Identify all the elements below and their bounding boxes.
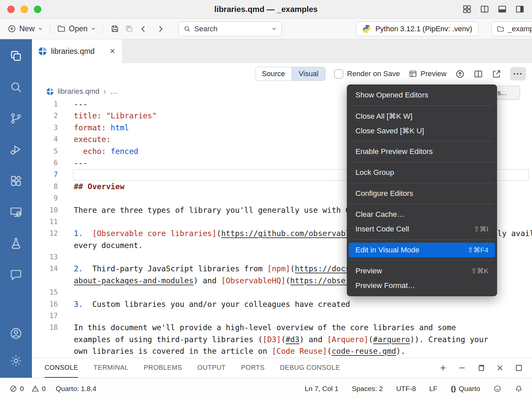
notifications-bell-icon[interactable]	[515, 385, 523, 393]
panel-tabs: CONSOLETERMINALPROBLEMSOUTPUTPORTSDEBUG …	[45, 358, 340, 378]
menu-item[interactable]: Enable Preview Editors	[347, 144, 497, 159]
feedback-smiley-icon[interactable]	[493, 385, 501, 393]
panel-tab-ports[interactable]: PORTS	[241, 358, 265, 378]
extensions-icon[interactable]	[9, 174, 23, 188]
panel-tab-terminal[interactable]: TERMINAL	[93, 358, 128, 378]
code-text: own libraries is covered in the article …	[58, 345, 532, 357]
line-number: 2	[32, 110, 58, 122]
testing-flask-icon[interactable]	[9, 236, 23, 251]
account-icon[interactable]	[9, 326, 23, 341]
line-number: 9	[32, 193, 58, 204]
quarto-file-icon	[39, 47, 47, 55]
visual-mode-button[interactable]: Visual	[292, 67, 325, 80]
back-arrow-icon[interactable]	[139, 25, 148, 33]
zoom-window-button[interactable]	[34, 6, 41, 13]
menu-item[interactable]: Configure Editors	[347, 186, 497, 201]
chat-icon[interactable]	[9, 267, 23, 282]
indentation-status[interactable]: Spaces: 2	[352, 385, 383, 393]
interpreter-selector[interactable]: Python 3.12.1 (PipEnv: .venv)	[356, 22, 478, 36]
quarto-version-label: Quarto: 1.8.4	[56, 385, 96, 393]
split-editor-icon[interactable]	[473, 69, 483, 79]
code-line[interactable]: own libraries is covered in the article …	[32, 345, 532, 357]
panel-tab-debug-console[interactable]: DEBUG CONSOLE	[280, 358, 340, 378]
encoding-status[interactable]: UTF-8	[396, 385, 416, 393]
code-line[interactable]: 163. Custom libraries you and/or your co…	[32, 299, 532, 310]
line-number: 13	[32, 251, 58, 263]
menu-item[interactable]: Edit in Visual Mode⇧⌘F4	[349, 243, 495, 257]
menu-item[interactable]: Show Opened Editors	[347, 88, 497, 102]
error-icon	[9, 385, 17, 393]
panel-tab-output[interactable]: OUTPUT	[198, 358, 226, 378]
close-window-button[interactable]	[7, 6, 15, 13]
code-line[interactable]: 18In this document we'll provide a high-…	[32, 322, 532, 333]
menu-item[interactable]: Preview⇧⌘K	[347, 264, 497, 278]
explorer-icon[interactable]	[9, 49, 23, 63]
breadcrumb-file[interactable]: libraries.qmd	[58, 87, 99, 96]
menu-item[interactable]: Preview Format…	[347, 278, 497, 293]
open-external-icon[interactable]	[492, 69, 501, 79]
window-controls	[7, 6, 41, 13]
bottom-panel-header: CONSOLETERMINALPROBLEMSOUTPUTPORTSDEBUG …	[32, 358, 532, 378]
preview-label: Preview	[421, 69, 447, 78]
breadcrumb-more[interactable]: …	[110, 87, 117, 96]
line-number: 7	[32, 169, 58, 181]
warning-icon	[31, 385, 39, 393]
close-tab-icon[interactable]: ✕	[109, 47, 115, 55]
eol-status[interactable]: LF	[429, 385, 438, 393]
forward-arrow-icon[interactable]	[156, 25, 165, 33]
line-number: 14	[32, 263, 58, 275]
minimize-window-button[interactable]	[21, 6, 28, 13]
source-control-icon[interactable]	[9, 111, 23, 126]
problems-status[interactable]: 0 0	[9, 385, 46, 393]
layout-grid-icon[interactable]	[462, 4, 472, 14]
language-mode-status[interactable]: {}Quarto	[451, 385, 480, 393]
maximize-panel-icon[interactable]	[514, 363, 523, 372]
chevron-down-icon[interactable]	[271, 26, 277, 32]
menu-item[interactable]: Close All [⌘K W]	[347, 109, 497, 123]
menu-item[interactable]: Close Saved [⌘K U]	[347, 123, 497, 138]
interpreter-label: Python 3.12.1 (PipEnv: .venv)	[375, 25, 472, 33]
save-icon	[110, 24, 119, 33]
more-actions-button[interactable]: ···	[510, 67, 526, 80]
render-on-save-checkbox[interactable]	[334, 69, 343, 78]
workspace-button[interactable]: _examples	[491, 22, 532, 36]
line-number	[32, 345, 58, 357]
new-button[interactable]: New	[5, 24, 45, 33]
save-all-button[interactable]	[122, 24, 136, 33]
source-mode-button[interactable]: Source	[255, 67, 292, 80]
remote-screen-icon[interactable]	[9, 205, 23, 219]
menu-separator	[351, 141, 493, 141]
menu-separator	[351, 260, 493, 261]
circle-plus-icon	[7, 24, 16, 33]
panel-bottom-icon[interactable]	[497, 4, 507, 14]
menu-separator	[351, 204, 493, 204]
quarto-version-status[interactable]: Quarto: 1.8.4	[56, 385, 96, 393]
search-icon[interactable]	[9, 80, 23, 94]
preview-button[interactable]: Preview	[409, 69, 447, 78]
restore-panel-icon[interactable]	[476, 363, 485, 372]
tab-libraries-qmd[interactable]: libraries.qmd ✕	[32, 39, 122, 63]
menu-item[interactable]: Lock Group	[347, 165, 497, 180]
render-publish-icon[interactable]	[455, 69, 465, 79]
code-line[interactable]: examples of using third-party libraries …	[32, 334, 532, 345]
code-line[interactable]: 17	[32, 310, 532, 322]
close-panel-icon[interactable]	[495, 363, 504, 372]
split-columns-icon[interactable]	[480, 4, 489, 14]
window-title: libraries.qmd — _examples	[0, 5, 532, 14]
settings-gear-icon[interactable]	[9, 353, 23, 368]
minimize-panel-icon[interactable]	[458, 363, 466, 372]
titlebar: libraries.qmd — _examples	[0, 0, 532, 19]
menu-item[interactable]: Insert Code Cell⇧⌘I	[347, 222, 497, 236]
panel-tab-problems[interactable]: PROBLEMS	[144, 358, 182, 378]
error-count: 0	[20, 385, 24, 393]
panel-tab-console[interactable]: CONSOLE	[45, 358, 78, 378]
save-button[interactable]	[108, 24, 122, 33]
search-input[interactable]: Search	[178, 22, 282, 36]
panel-right-icon[interactable]	[515, 4, 525, 14]
folder-icon	[57, 24, 66, 33]
run-debug-icon[interactable]	[9, 142, 23, 157]
open-button[interactable]: Open	[55, 24, 98, 33]
menu-item[interactable]: Clear Cache…	[347, 207, 497, 222]
cursor-position-status[interactable]: Ln 7, Col 1	[305, 385, 338, 393]
plus-icon[interactable]	[439, 363, 448, 372]
